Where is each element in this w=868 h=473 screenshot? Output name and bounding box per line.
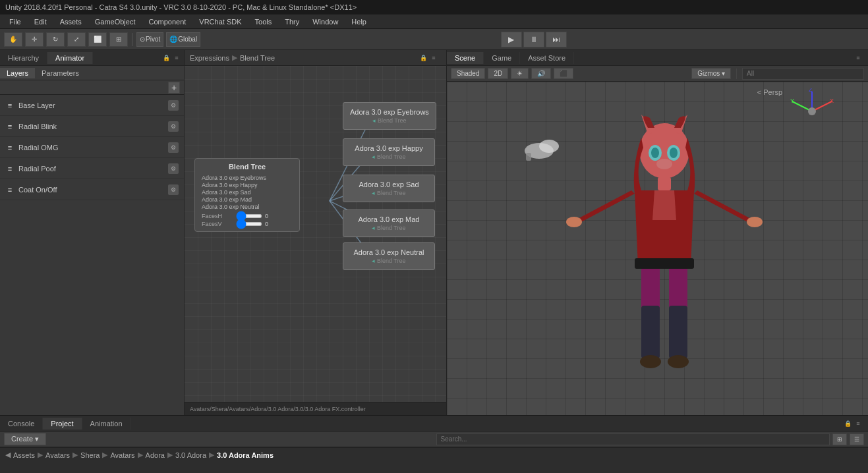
menu-thry[interactable]: Thry: [279, 16, 304, 27]
add-layer-button[interactable]: +: [168, 82, 180, 94]
audio-button[interactable]: 🔊: [531, 68, 551, 79]
child-mad[interactable]: Adora 3.0 exp Mad ◂ Blend Tree: [343, 209, 435, 237]
pivot-icon: ⊙: [140, 36, 145, 43]
menu-icon[interactable]: ≡: [172, 53, 181, 63]
tab-console[interactable]: Console: [0, 418, 43, 430]
tab-project[interactable]: Project: [43, 418, 82, 430]
tab-scene[interactable]: Scene: [447, 52, 484, 64]
tab-game[interactable]: Game: [484, 52, 520, 64]
filter-button[interactable]: ☰: [850, 433, 864, 445]
search-options-button[interactable]: ⊞: [832, 433, 847, 445]
scene-search[interactable]: [742, 68, 864, 80]
svg-rect-7: [526, 153, 531, 161]
child-neutral-title: Adora 3.0 exp Neutral: [350, 248, 428, 256]
canvas-status: Avatars/Shera/Avatars/Adora/3.0 Adora/3.…: [185, 402, 446, 415]
facesv-label: FacesV: [202, 221, 233, 227]
layer-omg[interactable]: ≡ Radial OMG ⚙: [0, 137, 184, 158]
center-menu-icon[interactable]: ≡: [429, 53, 438, 63]
facesh-slider[interactable]: [236, 214, 262, 218]
play-button[interactable]: ▶: [501, 32, 522, 47]
svg-point-16: [747, 217, 763, 227]
svg-point-21: [640, 355, 661, 368]
layer-base-gear[interactable]: ⚙: [168, 100, 179, 111]
menu-tools[interactable]: Tools: [250, 16, 277, 27]
rect-tool-button[interactable]: ⬜: [88, 32, 107, 47]
create-button[interactable]: Create ▾: [4, 433, 46, 445]
move-tool-button[interactable]: ✛: [25, 32, 43, 47]
sub-tab-parameters[interactable]: Parameters: [35, 68, 86, 78]
layer-blink-name: Radial Blink: [18, 123, 168, 130]
bottom-arrow: ◀: [5, 451, 11, 459]
gizmos-button[interactable]: Gizmos ▾: [691, 68, 731, 79]
pause-button[interactable]: ⏸: [523, 32, 544, 47]
child-eyebrows[interactable]: Adora 3.0 exp Eyebrows ◂ Blend Tree: [343, 102, 436, 130]
2d-button[interactable]: 2D: [488, 68, 508, 79]
menu-file[interactable]: File: [4, 16, 26, 27]
tab-animator[interactable]: Animator: [47, 52, 93, 64]
svg-point-22: [668, 355, 689, 368]
blend-canvas[interactable]: Blend Tree Adora 3.0 exp Eyebrows Adora …: [185, 66, 446, 402]
bottom-lock-icon[interactable]: 🔒: [843, 419, 852, 428]
tab-asset-store[interactable]: Asset Store: [520, 52, 574, 64]
menu-component[interactable]: Component: [143, 16, 191, 27]
breadcrumb-expressions[interactable]: Expressions: [190, 54, 229, 62]
svg-rect-23: [635, 258, 694, 269]
lighting-button[interactable]: ☀: [511, 68, 529, 79]
blend-tree-node[interactable]: Blend Tree Adora 3.0 exp Eyebrows Adora …: [194, 158, 300, 232]
bottom-menu-icon[interactable]: ≡: [854, 419, 863, 428]
center-lock-icon[interactable]: 🔒: [419, 53, 428, 63]
facesv-slider[interactable]: [236, 222, 262, 226]
menu-vrchat-sdk[interactable]: VRChat SDK: [194, 16, 246, 27]
tab-hierarchy[interactable]: Hierarchy: [0, 52, 47, 64]
svg-text:Z: Z: [809, 88, 813, 93]
scale-tool-button[interactable]: ⤢: [67, 32, 86, 47]
breadcrumb-30adora[interactable]: 3.0 Adora: [175, 451, 206, 459]
breadcrumb-avatars2[interactable]: Avatars: [110, 451, 134, 459]
breadcrumb-30anims[interactable]: 3.0 Adora Anims: [217, 451, 274, 459]
tab-animation[interactable]: Animation: [82, 418, 131, 430]
scene-viewport[interactable]: X Y Z < Persp: [447, 82, 868, 415]
layer-base[interactable]: ≡ Base Layer ⚙: [0, 95, 184, 116]
step-button[interactable]: ⏭: [546, 32, 567, 47]
child-neutral[interactable]: Adora 3.0 exp Neutral ◂ Blend Tree: [343, 242, 435, 270]
breadcrumb-shera[interactable]: Shera: [80, 451, 100, 459]
child-sad[interactable]: Adora 3.0 exp Sad ◂ Blend Tree: [343, 175, 435, 202]
menu-gameobject[interactable]: GameObject: [90, 16, 141, 27]
menu-help[interactable]: Help: [346, 16, 372, 27]
scene-menu-icon[interactable]: ≡: [854, 53, 863, 63]
pivot-group[interactable]: ⊙ Pivot: [136, 32, 163, 47]
hand-tool-button[interactable]: ✋: [4, 32, 22, 47]
facesh-value: 0: [265, 213, 268, 219]
layer-blink-gear[interactable]: ⚙: [168, 121, 179, 132]
breadcrumb-assets[interactable]: Assets: [13, 451, 35, 459]
layer-poof[interactable]: ≡ Radial Poof ⚙: [0, 158, 184, 179]
child-mad-sub: ◂ Blend Tree: [350, 225, 428, 231]
sub-tab-layers[interactable]: Layers: [0, 68, 35, 78]
effects-button[interactable]: ⬛: [554, 68, 573, 79]
layer-coat[interactable]: ≡ Coat On/Off ⚙: [0, 179, 184, 200]
breadcrumb-sep: ▶: [232, 53, 237, 62]
layer-omg-gear[interactable]: ⚙: [168, 142, 179, 153]
layer-poof-icon: ≡: [5, 164, 14, 173]
rotate-tool-button[interactable]: ↻: [46, 32, 65, 47]
layer-blink[interactable]: ≡ Radial Blink ⚙: [0, 116, 184, 137]
menu-edit[interactable]: Edit: [29, 16, 52, 27]
breadcrumb-blend-tree[interactable]: Blend Tree: [240, 54, 275, 62]
persp-label: < Persp: [757, 88, 782, 96]
breadcrumb-avatars[interactable]: Avatars: [45, 451, 70, 459]
sub-tabs: Layers Parameters: [0, 66, 184, 80]
shaded-button[interactable]: Shaded: [451, 68, 485, 79]
menu-assets[interactable]: Assets: [55, 16, 87, 27]
child-happy[interactable]: Adora 3.0 exp Happy ◂ Blend Tree: [343, 138, 435, 166]
transform-tool-button[interactable]: ⊞: [109, 32, 128, 47]
blend-tree-title: Blend Tree: [202, 163, 293, 171]
list-toolbar: +: [0, 80, 184, 95]
menu-window[interactable]: Window: [307, 16, 343, 27]
layer-poof-gear[interactable]: ⚙: [168, 163, 179, 174]
lock-icon[interactable]: 🔒: [161, 53, 171, 63]
bc-sep-6: ▶: [209, 451, 214, 459]
layer-coat-gear[interactable]: ⚙: [168, 184, 179, 195]
breadcrumb-adora[interactable]: Adora: [146, 451, 165, 459]
project-search[interactable]: [436, 433, 830, 445]
global-group[interactable]: 🌐 Global: [166, 32, 200, 47]
